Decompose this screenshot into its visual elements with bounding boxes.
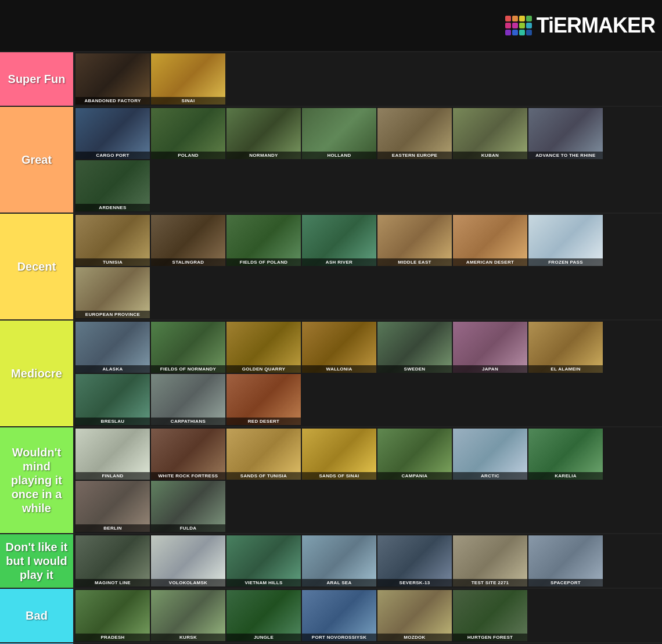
map-image: SWEDEN: [377, 322, 452, 373]
tier-card[interactable]: KURSK: [151, 590, 225, 641]
tier-card[interactable]: VOLOKOLAMSK: [151, 535, 225, 587]
tier-card[interactable]: HOLLAND: [302, 108, 376, 159]
map-image: SEVERSK-13: [377, 535, 452, 587]
tier-card[interactable]: FULDA: [151, 481, 225, 532]
map-image: KURSK: [151, 590, 225, 641]
tier-card[interactable]: TUNISIA: [75, 215, 150, 266]
tier-card[interactable]: FROZEN PASS: [528, 215, 603, 266]
tier-card[interactable]: SEVERSK-13: [377, 535, 452, 587]
map-image: ALASKA: [75, 322, 150, 373]
map-name: KARELIA: [528, 472, 603, 480]
tier-label-mediocre: Mediocre: [0, 321, 74, 426]
tier-card[interactable]: RED DESERT: [226, 374, 301, 425]
map-name: SWEDEN: [377, 365, 452, 373]
map-image: JAPAN: [453, 322, 527, 373]
tier-card[interactable]: MOZDOK: [377, 590, 452, 641]
logo-dot-4: [526, 16, 532, 21]
tier-card[interactable]: ADVANCE TO THE RHINE: [528, 108, 603, 159]
tier-row-wouldnt-mind: Wouldn't mind playing it once in a while…: [0, 427, 662, 534]
tier-card[interactable]: MIDDLE EAST: [377, 215, 452, 266]
logo-text: TiERMAKER: [537, 13, 655, 38]
tier-card[interactable]: SPACEPORT: [528, 535, 603, 587]
tier-card[interactable]: EUROPEAN PROVINCE: [75, 267, 150, 318]
tier-card[interactable]: EASTERN EUROPE: [377, 108, 452, 159]
tier-card[interactable]: SINAI: [151, 53, 225, 105]
map-name: CARPATHIANS: [151, 418, 225, 425]
map-image: CAMPANIA: [377, 429, 452, 480]
tier-card[interactable]: BERLIN: [75, 481, 150, 532]
tier-content-decent: TUNISIASTALINGRADFIELDS OF POLANDASH RIV…: [74, 214, 662, 319]
map-image: SINAI: [151, 53, 225, 105]
map-name: JAPAN: [453, 365, 527, 373]
tier-card[interactable]: STALINGRAD: [151, 215, 225, 266]
tier-card[interactable]: CARGO PORT: [75, 108, 150, 159]
map-image: FULDA: [151, 481, 225, 532]
map-name: TEST SITE 2271: [453, 579, 527, 587]
tier-label-decent: Decent: [0, 214, 74, 319]
tier-card[interactable]: FIELDS OF POLAND: [226, 215, 301, 266]
tier-card[interactable]: ALASKA: [75, 322, 150, 373]
tier-card[interactable]: EL ALAMEIN: [528, 322, 603, 373]
tier-card[interactable]: GOLDEN QUARRY: [226, 322, 301, 373]
tier-card[interactable]: ARAL SEA: [302, 535, 376, 587]
tier-card[interactable]: PRADESH: [75, 590, 150, 641]
tier-card[interactable]: JAPAN: [453, 322, 527, 373]
logo-tier: TiER: [537, 13, 581, 37]
tier-card[interactable]: ASH RIVER: [302, 215, 376, 266]
tier-card[interactable]: KARELIA: [528, 429, 603, 480]
tier-card[interactable]: FIELDS OF NORMANDY: [151, 322, 225, 373]
tier-card[interactable]: SWEDEN: [377, 322, 452, 373]
tier-card[interactable]: SANDS OF TUNISIA: [226, 429, 301, 480]
map-name: TUNISIA: [75, 258, 150, 266]
map-name: MIDDLE EAST: [377, 258, 452, 266]
map-name: EL ALAMEIN: [528, 365, 603, 373]
map-image: FROZEN PASS: [528, 215, 603, 266]
tier-card[interactable]: WHITE ROCK FORTRESS: [151, 429, 225, 480]
map-image: TEST SITE 2271: [453, 535, 527, 587]
map-name: RED DESERT: [226, 418, 301, 425]
map-name: FIELDS OF POLAND: [226, 258, 301, 266]
tier-card[interactable]: ARCTIC: [453, 429, 527, 480]
tier-card[interactable]: CAMPANIA: [377, 429, 452, 480]
map-name: HURTGEN FOREST: [453, 634, 527, 641]
tier-card[interactable]: FINLAND: [75, 429, 150, 480]
map-image: GOLDEN QUARRY: [226, 322, 301, 373]
tier-card[interactable]: SANDS OF SINAI: [302, 429, 376, 480]
map-image: BERLIN: [75, 481, 150, 532]
map-name: VIETNAM HILLS: [226, 579, 301, 587]
tier-card[interactable]: ABANDONED FACTORY: [75, 53, 150, 105]
map-image: BRESLAU: [75, 374, 150, 425]
tier-card[interactable]: JUNGLE: [226, 590, 301, 641]
tier-card[interactable]: VIETNAM HILLS: [226, 535, 301, 587]
tier-card[interactable]: BRESLAU: [75, 374, 150, 425]
tier-card[interactable]: KUBAN: [453, 108, 527, 159]
map-image: FIELDS OF POLAND: [226, 215, 301, 266]
tier-card[interactable]: ARDENNES: [75, 160, 150, 211]
map-name: WHITE ROCK FORTRESS: [151, 472, 225, 480]
logo-dot-1: [505, 16, 511, 21]
map-image: HOLLAND: [302, 108, 376, 159]
tier-container: Super FunABANDONED FACTORYSINAIGreatCARG…: [0, 52, 662, 644]
tier-content-bad: PRADESHKURSKJUNGLEPORT NOVOROSSIYSKMOZDO…: [74, 589, 662, 642]
tier-card[interactable]: AMERICAN DESERT: [453, 215, 527, 266]
tier-card[interactable]: NORMANDY: [226, 108, 301, 159]
tier-label-bad: Bad: [0, 589, 74, 642]
logo-dot-12: [526, 30, 532, 35]
map-name: KURSK: [151, 634, 225, 641]
tier-card[interactable]: MAGINOT LINE: [75, 535, 150, 587]
map-name: FULDA: [151, 524, 225, 532]
tier-card[interactable]: TEST SITE 2271: [453, 535, 527, 587]
tier-card[interactable]: HURTGEN FOREST: [453, 590, 527, 641]
tier-card[interactable]: WALLONIA: [302, 322, 376, 373]
map-name: SANDS OF TUNISIA: [226, 472, 301, 480]
map-name: ALASKA: [75, 365, 150, 373]
map-name: GOLDEN QUARRY: [226, 365, 301, 373]
tier-card[interactable]: POLAND: [151, 108, 225, 159]
map-image: ASH RIVER: [302, 215, 376, 266]
tier-card[interactable]: CARPATHIANS: [151, 374, 225, 425]
tier-card[interactable]: PORT NOVOROSSIYSK: [302, 590, 376, 641]
map-image: MOZDOK: [377, 590, 452, 641]
tier-row-decent: DecentTUNISIASTALINGRADFIELDS OF POLANDA…: [0, 214, 662, 321]
logo-dot-5: [505, 23, 511, 28]
map-name: BERLIN: [75, 524, 150, 532]
